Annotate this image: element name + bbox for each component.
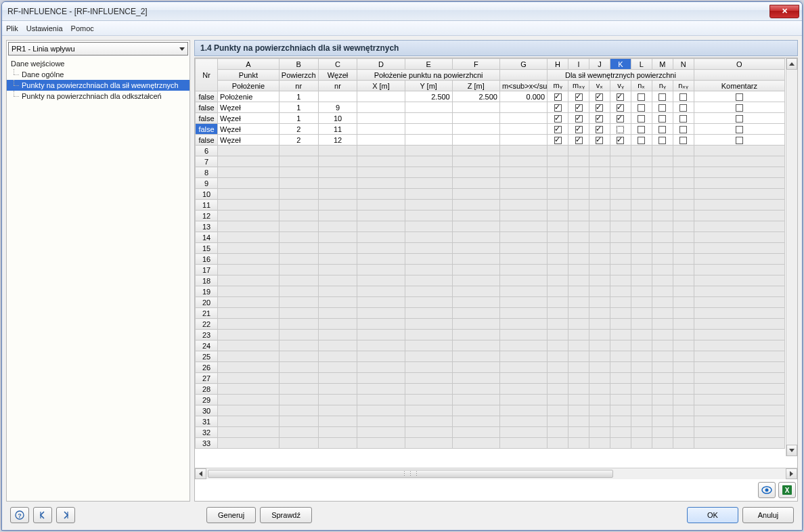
combo-selected: PR1 - Linia wpływu: [12, 45, 75, 53]
nav-tree: Dane wejściowe Dane ogólnePunkty na powi…: [7, 57, 189, 501]
menu-bar: Plik Ustawienia Pomoc: [2, 21, 802, 36]
checkbox[interactable]: [554, 93, 562, 101]
scroll-left-icon[interactable]: [195, 468, 206, 479]
section-title: 1.4 Punkty na powierzchniach dla sił wew…: [194, 40, 798, 56]
checkbox[interactable]: [658, 115, 666, 123]
checkbox[interactable]: [679, 137, 687, 144]
prev-button[interactable]: [33, 507, 52, 523]
next-button[interactable]: [56, 507, 75, 523]
checkbox[interactable]: [638, 126, 645, 133]
menu-settings[interactable]: Ustawienia: [26, 24, 63, 32]
scroll-right-icon[interactable]: [786, 468, 797, 479]
title-bar: RF-INFLUENCE - [RF-INFLUENCE_2] ✕: [2, 2, 802, 21]
checkbox[interactable]: [554, 137, 562, 144]
cancel-button[interactable]: Anuluj: [742, 507, 794, 523]
checkbox[interactable]: [575, 137, 583, 144]
checkbox[interactable]: [554, 104, 562, 112]
checkbox[interactable]: [596, 115, 603, 123]
window-title: RF-INFLUENCE - [RF-INFLUENCE_2]: [7, 7, 148, 16]
generate-button[interactable]: Generuj: [206, 507, 256, 523]
tree-item[interactable]: Punkty na powierzchniach dla odkształceń: [7, 91, 189, 102]
checkbox[interactable]: [554, 126, 562, 133]
chevron-down-icon: [179, 47, 185, 51]
checkbox[interactable]: [617, 137, 624, 144]
checkbox[interactable]: [658, 137, 666, 144]
checkbox[interactable]: [658, 104, 666, 112]
checkbox[interactable]: [736, 115, 743, 123]
tree-item[interactable]: Dane ogólne: [7, 69, 189, 80]
vertical-scrollbar[interactable]: [786, 58, 797, 456]
checkbox[interactable]: [596, 137, 603, 144]
checkbox[interactable]: [617, 104, 624, 112]
ok-button[interactable]: OK: [687, 507, 738, 523]
checkbox[interactable]: [736, 137, 743, 144]
checkbox[interactable]: [736, 104, 743, 112]
checkbox[interactable]: [638, 115, 645, 123]
checkbox[interactable]: [679, 126, 687, 133]
checkbox[interactable]: [679, 93, 687, 101]
help-button[interactable]: ?: [10, 507, 29, 523]
checkbox[interactable]: [617, 93, 624, 101]
checkbox[interactable]: [736, 93, 743, 101]
checkbox[interactable]: [679, 115, 687, 123]
checkbox[interactable]: [596, 93, 603, 101]
view-icon[interactable]: [758, 482, 776, 498]
scroll-up-icon[interactable]: [786, 58, 797, 70]
bottom-bar: ? Generuj Sprawdź OK Anuluj: [6, 502, 798, 526]
tree-root[interactable]: Dane wejściowe: [7, 58, 189, 69]
scroll-down-icon[interactable]: [786, 445, 797, 456]
tree-item[interactable]: Punkty na powierzchniach dla sił wewnętr…: [7, 80, 189, 91]
checkbox[interactable]: [596, 126, 603, 133]
checkbox[interactable]: [617, 126, 624, 133]
checkbox[interactable]: [554, 115, 562, 123]
left-panel: PR1 - Linia wpływu Dane wejściowe Dane o…: [6, 40, 190, 502]
checkbox[interactable]: [575, 104, 583, 112]
menu-file[interactable]: Plik: [6, 24, 18, 32]
svg-point-1: [765, 489, 769, 492]
checkbox[interactable]: [575, 115, 583, 123]
checkbox[interactable]: [658, 126, 666, 133]
checkbox[interactable]: [575, 93, 583, 101]
checkbox[interactable]: [638, 137, 645, 144]
checkbox[interactable]: [638, 93, 645, 101]
svg-text:X: X: [785, 487, 790, 494]
excel-icon[interactable]: X: [778, 482, 796, 498]
menu-help[interactable]: Pomoc: [71, 24, 94, 32]
checkbox[interactable]: [736, 126, 743, 133]
case-combo[interactable]: PR1 - Linia wpływu: [8, 42, 188, 56]
svg-text:?: ?: [18, 512, 22, 519]
checkbox[interactable]: [596, 104, 603, 112]
check-button[interactable]: Sprawdź: [260, 507, 312, 523]
horizontal-scrollbar[interactable]: ⋮⋮⋮: [195, 468, 797, 479]
checkbox[interactable]: [617, 115, 624, 123]
checkbox[interactable]: [679, 104, 687, 112]
data-grid: NrABCDEFGHIJKLMNOPunktPowierzchWęzełPoło…: [194, 58, 798, 502]
checkbox[interactable]: [638, 104, 645, 112]
checkbox[interactable]: [575, 126, 583, 133]
checkbox[interactable]: [658, 93, 666, 101]
close-button[interactable]: ✕: [769, 5, 799, 18]
